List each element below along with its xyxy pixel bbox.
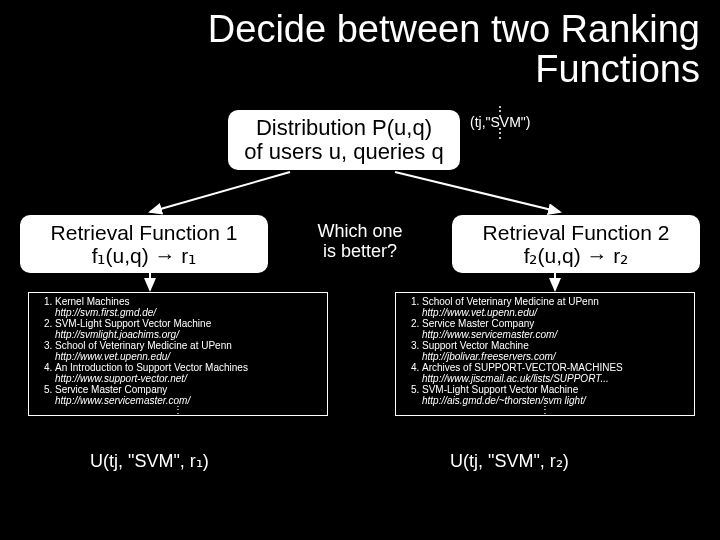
retrieval-function-2-box: Retrieval Function 2 f₂(u,q) → r₂ xyxy=(452,215,700,273)
mid-line2: is better? xyxy=(295,242,425,262)
rf2-line1: Retrieval Function 2 xyxy=(466,221,686,244)
result-url: http://www.servicemaster.com/ xyxy=(422,330,688,341)
comparison-question: Which one is better? xyxy=(295,222,425,262)
sample-draw: ⋮ (tj,"SVM") ⋮ xyxy=(470,108,531,137)
result-title: SVM-Light Support Vector Machine xyxy=(55,318,211,329)
mid-line1: Which one xyxy=(295,222,425,242)
result-item: Service Master Companyhttp://www.service… xyxy=(55,385,321,406)
result-title: Kernel Machines xyxy=(55,296,129,307)
result-item: School of Veterinary Medicine at UPennht… xyxy=(422,297,688,318)
result-item: Archives of SUPPORT-VECTOR-MACHINEShttp:… xyxy=(422,363,688,384)
result-url: http://svm.first.gmd.de/ xyxy=(55,308,321,319)
result-item: An Introduction to Support Vector Machin… xyxy=(55,363,321,384)
result-url: http://www.vet.upenn.edu/ xyxy=(422,308,688,319)
result-url: http://www.support-vector.net/ xyxy=(55,374,321,385)
distribution-box: Distribution P(u,q) of users u, queries … xyxy=(228,110,460,170)
result-url: http://ais.gmd.de/~thorsten/svm light/ xyxy=(422,396,688,407)
distribution-line1: Distribution P(u,q) xyxy=(242,116,446,140)
result-title: SVM-Light Support Vector Machine xyxy=(422,384,578,395)
result-item: SVM-Light Support Vector Machinehttp://s… xyxy=(55,319,321,340)
result-title: School of Veterinary Medicine at UPenn xyxy=(55,340,232,351)
rf2-line2: f₂(u,q) → r₂ xyxy=(466,244,686,267)
rf1-line1: Retrieval Function 1 xyxy=(34,221,254,244)
slide-title: Decide between two Ranking Functions xyxy=(100,10,700,90)
result-item: Service Master Companyhttp://www.service… xyxy=(422,319,688,340)
retrieval-function-1-box: Retrieval Function 1 f₁(u,q) → r₁ xyxy=(20,215,268,273)
svg-line-1 xyxy=(395,172,560,212)
utility-2: U(tj, "SVM", r₂) xyxy=(450,450,569,472)
result-item: SVM-Light Support Vector Machinehttp://a… xyxy=(422,385,688,406)
result-title: School of Veterinary Medicine at UPenn xyxy=(422,296,599,307)
result-item: Support Vector Machinehttp://jbolivar.fr… xyxy=(422,341,688,362)
results-list-1: Kernel Machineshttp://svm.first.gmd.de/S… xyxy=(28,292,328,416)
result-title: Archives of SUPPORT-VECTOR-MACHINES xyxy=(422,362,623,373)
result-title: Support Vector Machine xyxy=(422,340,529,351)
vdots-icon: ⋮ xyxy=(35,407,321,415)
result-item: School of Veterinary Medicine at UPennht… xyxy=(55,341,321,362)
svg-line-0 xyxy=(150,172,290,212)
utility-1: U(tj, "SVM", r₁) xyxy=(90,450,209,472)
result-title: Service Master Company xyxy=(422,318,534,329)
result-title: Service Master Company xyxy=(55,384,167,395)
result-url: http://www.servicemaster.com/ xyxy=(55,396,321,407)
results-list-2: School of Veterinary Medicine at UPennht… xyxy=(395,292,695,416)
rf1-line2: f₁(u,q) → r₁ xyxy=(34,244,254,267)
distribution-line2: of users u, queries q xyxy=(242,140,446,164)
result-url: http://svmlight.joachims.org/ xyxy=(55,330,321,341)
result-url: http://www.vet.upenn.edu/ xyxy=(55,352,321,363)
result-title: An Introduction to Support Vector Machin… xyxy=(55,362,248,373)
vdots-icon: ⋮ xyxy=(470,130,531,137)
result-url: http://www.jiscmail.ac.uk/lists/SUPPORT.… xyxy=(422,374,688,385)
result-item: Kernel Machineshttp://svm.first.gmd.de/ xyxy=(55,297,321,318)
vdots-icon: ⋮ xyxy=(402,407,688,415)
result-url: http://jbolivar.freeservers.com/ xyxy=(422,352,688,363)
